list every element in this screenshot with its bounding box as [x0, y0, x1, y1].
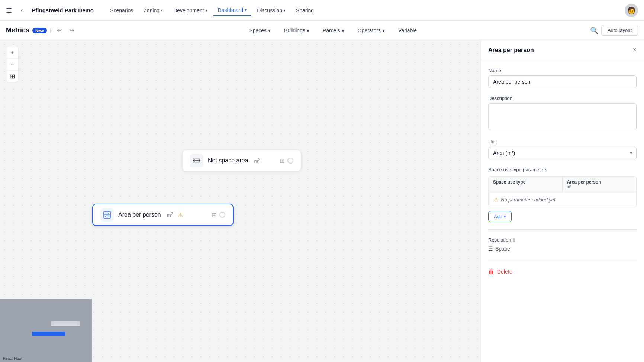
right-panel: Area per person × Name Description Unit … [480, 40, 644, 362]
unit-label: Unit [488, 139, 637, 145]
area-person-label: Area per person [118, 211, 161, 218]
area-person-table-icon[interactable]: ⊞ [212, 211, 216, 219]
nav-sharing[interactable]: Sharing [292, 5, 318, 16]
net-space-unit: m2 [254, 157, 261, 164]
main-area: + − ⊞ Net space area m2 ⊞ [0, 40, 644, 362]
sut-empty-row: ⚠ No parameters added yet [489, 192, 636, 207]
description-label: Description [488, 96, 637, 101]
name-field: Name [488, 68, 637, 88]
delete-section: 🗑 Delete [488, 267, 637, 277]
hamburger-icon[interactable]: ☰ [6, 6, 12, 14]
sut-table-header: Space use type Area per person m² [489, 177, 636, 192]
zoom-out-button[interactable]: − [6, 58, 18, 70]
buildings-tool[interactable]: Buildings ▾ [278, 25, 315, 36]
description-field: Description [488, 96, 637, 132]
toolbar-right: 🔍 Auto layout [590, 25, 638, 36]
sut-title: Space use type parameters [488, 167, 637, 172]
add-parameter-button[interactable]: Add ▾ [488, 211, 512, 222]
panel-title: Area per person [488, 47, 534, 54]
redo-button[interactable]: ↪ [67, 25, 76, 35]
nav-items: Scenarios Zoning ▾ Development ▾ Dashboa… [106, 5, 616, 16]
add-button-wrapper: Add ▾ [488, 211, 637, 222]
area-person-actions: ⊞ [212, 211, 225, 219]
add-chevron-icon: ▾ [504, 214, 506, 219]
delete-button[interactable]: 🗑 Delete [488, 267, 512, 277]
panel-header: Area per person × [481, 40, 644, 60]
canvas[interactable]: + − ⊞ Net space area m2 ⊞ [0, 40, 480, 362]
minimap: React Flow [0, 299, 92, 362]
auto-layout-button[interactable]: Auto layout [601, 25, 638, 36]
zoom-fit-button[interactable]: ⊞ [6, 70, 18, 82]
net-space-connector[interactable] [287, 158, 293, 164]
warning-icon: ⚠ [178, 211, 183, 219]
trash-icon: 🗑 [488, 268, 494, 275]
unit-field: Unit Area (m²) Length (m) Count Percenta… [488, 139, 637, 159]
spaces-tool[interactable]: Spaces ▾ [243, 25, 277, 36]
minimap-content [0, 299, 92, 355]
panel-body: Name Description Unit Area (m²) Length (… [481, 60, 644, 284]
new-badge[interactable]: New [32, 28, 47, 33]
minimap-node-1 [51, 321, 80, 326]
unit-select[interactable]: Area (m²) Length (m) Count Percentage (%… [488, 147, 637, 159]
zoom-in-button[interactable]: + [6, 46, 18, 58]
net-space-label: Net space area [208, 157, 248, 164]
resolution-header: Resolution ℹ [488, 237, 637, 243]
search-button[interactable]: 🔍 [590, 26, 598, 35]
resolution-value: ☰ Space [488, 246, 637, 252]
minimap-node-2 [32, 332, 65, 336]
net-space-icon [190, 154, 203, 167]
unit-select-wrapper: Area (m²) Length (m) Count Percentage (%… [488, 147, 637, 159]
nav-zoning[interactable]: Zoning ▾ [139, 5, 167, 16]
back-icon[interactable]: ‹ [21, 7, 23, 14]
parcels-tool[interactable]: Parcels ▾ [317, 25, 350, 36]
name-label: Name [488, 68, 637, 73]
resolution-title: Resolution [488, 237, 511, 243]
net-space-actions: ⊞ [280, 157, 293, 164]
toolbar-center: Spaces ▾ Buildings ▾ Parcels ▾ Operators… [79, 25, 587, 36]
info-icon[interactable]: ℹ [50, 28, 52, 33]
top-navigation: ☰ ‹ Pfingstweid Park Demo Scenarios Zoni… [0, 0, 644, 21]
close-panel-button[interactable]: × [632, 46, 637, 54]
sut-col-type: Space use type [489, 177, 563, 192]
area-person-icon [100, 208, 114, 222]
area-person-unit: m2 [167, 211, 173, 218]
name-input[interactable] [488, 75, 637, 88]
resolution-section: Resolution ℹ ☰ Space [488, 237, 637, 252]
sut-warning-icon: ⚠ [493, 197, 498, 203]
undo-button[interactable]: ↩ [55, 25, 64, 35]
minimap-label: React Flow [0, 355, 92, 362]
area-person-connector[interactable] [219, 212, 225, 218]
divider-2 [488, 259, 637, 259]
nav-development[interactable]: Development ▾ [169, 5, 212, 16]
resolution-info-icon[interactable]: ℹ [513, 237, 515, 243]
net-space-table-icon[interactable]: ⊞ [280, 157, 284, 164]
divider-1 [488, 229, 637, 230]
toolbar: Metrics New ℹ ↩ ↪ Spaces ▾ Buildings ▾ P… [0, 21, 644, 40]
sut-table: Space use type Area per person m² ⚠ No p… [488, 176, 637, 207]
operators-tool[interactable]: Operators ▾ [352, 25, 391, 36]
nav-scenarios[interactable]: Scenarios [106, 5, 138, 16]
toolbar-left: Metrics New ℹ ↩ ↪ [6, 25, 76, 35]
avatar[interactable]: 🧑 [625, 4, 638, 17]
space-use-type-section: Space use type parameters Space use type… [488, 167, 637, 222]
resolution-space-icon: ☰ [488, 246, 493, 252]
nav-discussion[interactable]: Discussion ▾ [252, 5, 290, 16]
description-textarea[interactable] [488, 103, 637, 130]
sut-col-value: Area per person m² [563, 177, 637, 192]
project-title: Pfingstweid Park Demo [32, 7, 94, 13]
zoom-controls: + − ⊞ [6, 46, 19, 83]
nav-dashboard[interactable]: Dashboard ▾ [213, 5, 251, 16]
node-area-person[interactable]: Area per person m2 ⚠ ⊞ [92, 204, 234, 226]
node-net-space[interactable]: Net space area m2 ⊞ [182, 150, 301, 171]
variable-tool[interactable]: Variable [392, 25, 423, 36]
page-title: Metrics [6, 26, 29, 34]
